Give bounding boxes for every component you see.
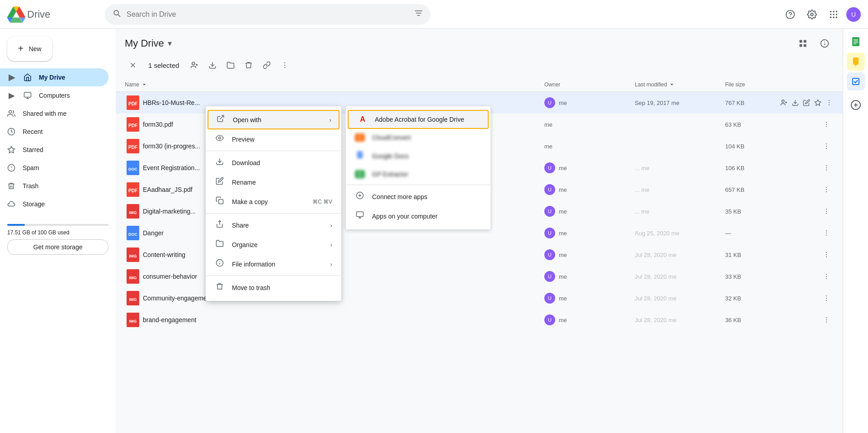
table-row[interactable]: IMG brand-engagement U me Jul 28, 2020 m… (116, 309, 843, 331)
grid-view-button[interactable] (794, 34, 812, 52)
submenu-item-connect-apps[interactable]: Connect more apps (346, 187, 491, 206)
apps-computer-icon (355, 211, 365, 221)
logo-area: Drive (7, 5, 98, 24)
sidebar-item-label-shared: Shared with me (23, 110, 66, 117)
clear-selection-button[interactable] (125, 57, 141, 73)
sidebar-item-starred[interactable]: Starred (0, 141, 108, 159)
svg-point-31 (192, 62, 195, 65)
svg-point-45 (829, 100, 830, 101)
context-menu-item-make-copy[interactable]: Make a copy ⌘C ⌘V (206, 192, 341, 211)
apps-button[interactable] (825, 5, 843, 24)
row-more-button[interactable] (819, 117, 834, 132)
file-size: — (725, 230, 779, 237)
row-more-button[interactable] (819, 313, 834, 327)
add-person-button[interactable] (186, 57, 203, 73)
file-owner: U me (544, 162, 635, 173)
row-download-button[interactable] (791, 95, 800, 110)
my-drive-icon (24, 73, 32, 81)
context-menu-item-move-trash[interactable]: Move to trash (206, 278, 341, 297)
submenu-item-cloudconvert[interactable]: C CloudConvert (346, 129, 491, 146)
sidebar-item-trash[interactable]: Trash (0, 177, 108, 195)
right-sidebar-sheets-icon[interactable] (847, 33, 865, 51)
row-more-button[interactable] (819, 269, 834, 284)
right-sidebar-tasks-icon[interactable] (847, 72, 865, 90)
link-button[interactable] (259, 57, 275, 73)
svg-rect-99 (854, 39, 858, 40)
svg-rect-13 (24, 92, 31, 97)
file-type-icon: PDF (125, 181, 141, 198)
info-button[interactable] (816, 34, 834, 52)
svg-point-57 (826, 148, 827, 149)
submenu-item-adobe[interactable]: A Adobe Acrobat for Google Drive (348, 110, 489, 129)
owner-avatar: U (544, 271, 555, 282)
right-sidebar (843, 29, 868, 433)
row-more-button[interactable] (819, 291, 834, 305)
context-menu[interactable]: Open with › Preview Download (206, 106, 341, 301)
right-sidebar-add-icon[interactable] (847, 96, 865, 114)
get-more-storage-button[interactable]: Get more storage (7, 239, 108, 255)
svg-point-90 (826, 295, 827, 296)
svg-point-81 (826, 254, 827, 255)
new-button-label: New (29, 45, 42, 52)
context-menu-item-organize[interactable]: Organize › (206, 235, 341, 254)
svg-rect-125 (357, 212, 363, 217)
svg-point-55 (826, 143, 827, 144)
context-menu-item-download[interactable]: Download (206, 153, 341, 172)
row-more-button[interactable] (819, 139, 834, 153)
svg-point-36 (284, 65, 285, 66)
column-name[interactable]: Name (125, 81, 544, 88)
expand-icon-computers: ▶ (7, 90, 16, 100)
more-actions-button[interactable] (277, 57, 293, 73)
drive-title-chevron-icon[interactable]: ▾ (168, 38, 172, 48)
sidebar-item-computers[interactable]: ▶ Computers (0, 86, 108, 105)
sidebar-item-my-drive[interactable]: ▶ My Drive (0, 68, 108, 86)
gp-extractor-label: GP Extractor (372, 171, 481, 178)
user-avatar[interactable]: U (846, 7, 861, 22)
context-menu-item-rename[interactable]: Rename (206, 172, 341, 192)
delete-button[interactable] (241, 57, 257, 73)
row-more-button[interactable] (819, 161, 834, 175)
row-more-button[interactable] (819, 182, 834, 197)
row-star-button[interactable] (813, 95, 822, 110)
context-menu-item-file-info[interactable]: File information › (206, 254, 341, 274)
search-bar[interactable] (105, 4, 430, 25)
context-menu-item-open-with[interactable]: Open with › (208, 110, 340, 129)
context-menu-item-preview[interactable]: Preview (206, 129, 341, 149)
organize-chevron-icon: › (330, 241, 332, 248)
search-filter-icon[interactable] (414, 9, 423, 20)
submenu-item-gp-extractor[interactable]: G GP Extractor (346, 166, 491, 183)
submenu-item-apps-computer[interactable]: Apps on your computer (346, 206, 491, 226)
download-label: Download (232, 159, 332, 167)
file-type-icon: IMG (125, 268, 141, 285)
sidebar-item-label-my-drive: My Drive (39, 74, 65, 81)
row-more-button[interactable] (819, 204, 834, 219)
sidebar-item-storage[interactable]: Storage (0, 195, 108, 213)
file-owner: U me (544, 184, 635, 195)
submenu[interactable]: A Adobe Acrobat for Google Drive C Cloud… (346, 106, 491, 229)
sidebar-item-recent[interactable]: Recent (0, 123, 108, 141)
row-more-button[interactable] (824, 95, 834, 110)
file-size: 31 KB (725, 252, 779, 258)
column-last-modified[interactable]: Last modified (635, 81, 725, 88)
context-menu-divider-2 (206, 213, 341, 214)
svg-rect-24 (800, 44, 802, 47)
sidebar-item-shared-with-me[interactable]: Shared with me (0, 105, 108, 123)
search-input[interactable] (127, 10, 409, 19)
svg-point-71 (826, 211, 827, 212)
help-button[interactable] (781, 5, 799, 24)
sidebar-item-spam[interactable]: Spam (0, 159, 108, 177)
row-edit-button[interactable] (802, 95, 811, 110)
context-menu-item-share[interactable]: Share › (206, 215, 341, 235)
download-icon (215, 157, 225, 168)
download-button[interactable] (204, 57, 221, 73)
new-button[interactable]: + New (7, 36, 52, 61)
file-size: 63 KB (725, 121, 779, 128)
move-button[interactable] (222, 57, 239, 73)
right-sidebar-keep-icon[interactable] (847, 52, 865, 71)
settings-button[interactable] (803, 5, 821, 24)
svg-point-85 (826, 274, 827, 275)
row-add-person-button[interactable] (779, 95, 789, 110)
row-more-button[interactable] (819, 226, 834, 240)
submenu-item-google-docs[interactable]: Google Docs (346, 146, 491, 166)
row-more-button[interactable] (819, 247, 834, 262)
